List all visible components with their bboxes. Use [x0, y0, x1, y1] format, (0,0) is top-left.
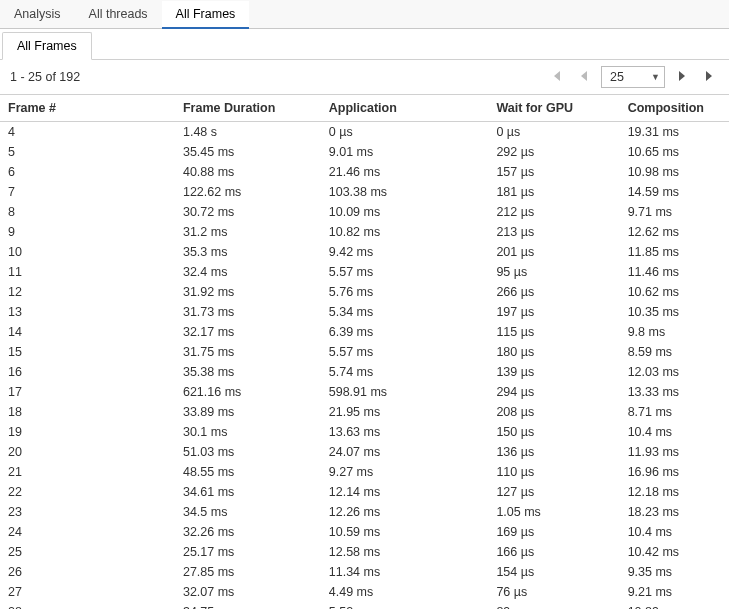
table-row[interactable]: 2732.07 ms4.49 ms76 µs9.21 ms	[0, 582, 729, 602]
table-row[interactable]: 2334.5 ms12.26 ms1.05 ms18.23 ms	[0, 502, 729, 522]
table-cell: 32.4 ms	[175, 262, 321, 282]
table-row[interactable]: 2051.03 ms24.07 ms136 µs11.93 ms	[0, 442, 729, 462]
table-cell: 31.2 ms	[175, 222, 321, 242]
table-cell: 5.57 ms	[321, 342, 489, 362]
table-row[interactable]: 2834.75 ms5.52 ms89 µs10.89 ms	[0, 602, 729, 609]
table-cell: 136 µs	[488, 442, 619, 462]
prev-page-icon	[578, 70, 590, 85]
col-wait-for-gpu[interactable]: Wait for GPU	[488, 95, 619, 122]
table-cell: 19.31 ms	[620, 122, 729, 143]
table-cell: 18	[0, 402, 175, 422]
col-composition[interactable]: Composition	[620, 95, 729, 122]
last-page-button[interactable]	[699, 66, 721, 88]
table-cell: 10.89 ms	[620, 602, 729, 609]
next-page-button[interactable]	[671, 66, 693, 88]
table-cell: 1.48 s	[175, 122, 321, 143]
col-frame-duration[interactable]: Frame Duration	[175, 95, 321, 122]
table-cell: 35.45 ms	[175, 142, 321, 162]
table-cell: 9.21 ms	[620, 582, 729, 602]
table-row[interactable]: 7122.62 ms103.38 ms181 µs14.59 ms	[0, 182, 729, 202]
table-cell: 1.05 ms	[488, 502, 619, 522]
page-size-select[interactable]: 25 ▼	[601, 66, 665, 88]
table-cell: 197 µs	[488, 302, 619, 322]
table-cell: 10.59 ms	[321, 522, 489, 542]
tab-all-threads[interactable]: All threads	[75, 1, 162, 29]
table-cell: 4	[0, 122, 175, 143]
table-cell: 6.39 ms	[321, 322, 489, 342]
table-cell: 17	[0, 382, 175, 402]
table-cell: 16.96 ms	[620, 462, 729, 482]
table-row[interactable]: 1331.73 ms5.34 ms197 µs10.35 ms	[0, 302, 729, 322]
table-row[interactable]: 1231.92 ms5.76 ms266 µs10.62 ms	[0, 282, 729, 302]
tabs-primary: Analysis All threads All Frames	[0, 0, 729, 29]
table-row[interactable]: 2234.61 ms12.14 ms127 µs12.18 ms	[0, 482, 729, 502]
table-row[interactable]: 2525.17 ms12.58 ms166 µs10.42 ms	[0, 542, 729, 562]
table-cell: 40.88 ms	[175, 162, 321, 182]
table-row[interactable]: 1035.3 ms9.42 ms201 µs11.85 ms	[0, 242, 729, 262]
first-page-icon	[550, 70, 562, 85]
col-frame-num[interactable]: Frame #	[0, 95, 175, 122]
prev-page-button[interactable]	[573, 66, 595, 88]
col-application[interactable]: Application	[321, 95, 489, 122]
table-cell: 10.98 ms	[620, 162, 729, 182]
table-row[interactable]: 1635.38 ms5.74 ms139 µs12.03 ms	[0, 362, 729, 382]
table-cell: 35.3 ms	[175, 242, 321, 262]
table-cell: 9.35 ms	[620, 562, 729, 582]
table-cell: 169 µs	[488, 522, 619, 542]
table-cell: 110 µs	[488, 462, 619, 482]
tab-all-frames[interactable]: All Frames	[162, 1, 250, 29]
table-cell: 8.71 ms	[620, 402, 729, 422]
table-cell: 5.57 ms	[321, 262, 489, 282]
table-row[interactable]: 2148.55 ms9.27 ms110 µs16.96 ms	[0, 462, 729, 482]
tab-analysis[interactable]: Analysis	[0, 1, 75, 29]
table-body: 41.48 s0 µs0 µs19.31 ms535.45 ms9.01 ms2…	[0, 122, 729, 610]
table-cell: 31.75 ms	[175, 342, 321, 362]
table-cell: 150 µs	[488, 422, 619, 442]
frames-table: Frame # Frame Duration Application Wait …	[0, 95, 729, 609]
table-cell: 95 µs	[488, 262, 619, 282]
table-cell: 292 µs	[488, 142, 619, 162]
table-row[interactable]: 640.88 ms21.46 ms157 µs10.98 ms	[0, 162, 729, 182]
table-cell: 11.93 ms	[620, 442, 729, 462]
table-row[interactable]: 830.72 ms10.09 ms212 µs9.71 ms	[0, 202, 729, 222]
table-cell: 122.62 ms	[175, 182, 321, 202]
pager-range-text: 1 - 25 of 192	[10, 70, 80, 84]
table-cell: 0 µs	[488, 122, 619, 143]
table-row[interactable]: 1432.17 ms6.39 ms115 µs9.8 ms	[0, 322, 729, 342]
table-row[interactable]: 931.2 ms10.82 ms213 µs12.62 ms	[0, 222, 729, 242]
table-cell: 6	[0, 162, 175, 182]
table-row[interactable]: 41.48 s0 µs0 µs19.31 ms	[0, 122, 729, 143]
subtab-all-frames[interactable]: All Frames	[2, 32, 92, 60]
table-cell: 24.07 ms	[321, 442, 489, 462]
next-page-icon	[676, 70, 688, 85]
table-cell: 16	[0, 362, 175, 382]
table-row[interactable]: 1132.4 ms5.57 ms95 µs11.46 ms	[0, 262, 729, 282]
table-row[interactable]: 535.45 ms9.01 ms292 µs10.65 ms	[0, 142, 729, 162]
table-cell: 9.01 ms	[321, 142, 489, 162]
table-row[interactable]: 17621.16 ms598.91 ms294 µs13.33 ms	[0, 382, 729, 402]
first-page-button[interactable]	[545, 66, 567, 88]
table-cell: 19	[0, 422, 175, 442]
table-cell: 33.89 ms	[175, 402, 321, 422]
table-row[interactable]: 1531.75 ms5.57 ms180 µs8.59 ms	[0, 342, 729, 362]
table-cell: 32.17 ms	[175, 322, 321, 342]
table-cell: 21.46 ms	[321, 162, 489, 182]
table-cell: 0 µs	[321, 122, 489, 143]
table-cell: 15	[0, 342, 175, 362]
table-row[interactable]: 2432.26 ms10.59 ms169 µs10.4 ms	[0, 522, 729, 542]
table-row[interactable]: 2627.85 ms11.34 ms154 µs9.35 ms	[0, 562, 729, 582]
table-cell: 12.18 ms	[620, 482, 729, 502]
table-row[interactable]: 1930.1 ms13.63 ms150 µs10.4 ms	[0, 422, 729, 442]
table-cell: 21.95 ms	[321, 402, 489, 422]
table-cell: 34.75 ms	[175, 602, 321, 609]
table-cell: 23	[0, 502, 175, 522]
table-cell: 10.62 ms	[620, 282, 729, 302]
table-cell: 51.03 ms	[175, 442, 321, 462]
table-cell: 25.17 ms	[175, 542, 321, 562]
table-cell: 30.1 ms	[175, 422, 321, 442]
table-cell: 9	[0, 222, 175, 242]
table-row[interactable]: 1833.89 ms21.95 ms208 µs8.71 ms	[0, 402, 729, 422]
table-cell: 12.62 ms	[620, 222, 729, 242]
pager-controls: 25 ▼	[545, 66, 721, 88]
table-cell: 154 µs	[488, 562, 619, 582]
